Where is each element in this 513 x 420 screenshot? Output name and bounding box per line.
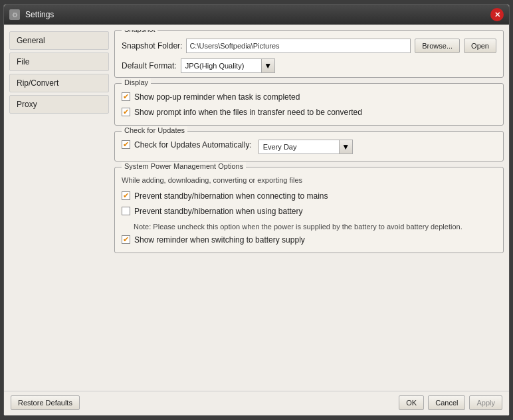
open-button[interactable]: Open [464,39,496,53]
power-note: Note: Please uncheck this option when th… [134,221,496,233]
updates-group: Check for Updates ✔ Check for Updates Au… [114,131,504,161]
power-checkbox3-row: ✔ Show reminder when switching to batter… [122,235,496,246]
display-checkbox1-label: Show pop-up reminder when task is comple… [134,92,300,103]
folder-label: Snapshot Folder: [122,41,182,51]
display-checkbox2[interactable]: ✔ [122,108,130,116]
apply-button[interactable]: Apply [469,395,502,410]
folder-row: Snapshot Folder: Browse... Open [122,39,496,53]
updates-checkbox-label: Check for Updates Automatically: [134,140,252,151]
format-label: Default Format: [122,61,177,70]
display-checkbox1-row: ✔ Show pop-up reminder when task is comp… [122,92,496,103]
format-dropdown-arrow[interactable]: ▼ [261,59,274,72]
display-group: Display ✔ Show pop-up reminder when task… [114,83,504,126]
cancel-button[interactable]: Cancel [428,395,465,410]
snapshot-group-label: Snapshot [122,30,157,33]
window-icon: ⚙ [9,9,20,20]
power-checkbox2[interactable]: ✔ [122,207,130,215]
updates-group-label: Check for Updates [122,126,187,134]
dialog-buttons: OK Cancel Apply [399,395,502,410]
sidebar-item-proxy[interactable]: Proxy [9,95,109,114]
power-group-label: System Power Management Options [122,162,246,170]
display-checkbox1[interactable]: ✔ [122,92,130,101]
display-checkbox2-label: Show prompt info when the files in trans… [134,107,362,118]
titlebar: ⚙ Settings ✕ [4,5,509,25]
frequency-select[interactable]: Every Day ▼ [258,140,353,154]
main-content: General File Rip/Convert Proxy Snapshot … [4,25,509,391]
power-checkbox2-label: Prevent standby/hibernation when using b… [134,206,303,217]
snapshot-group: Snapshot Snapshot Folder: Browse... Open… [114,30,504,78]
sidebar-item-general[interactable]: General [9,31,109,50]
format-value: JPG(High Quality) [181,59,261,72]
sidebar-item-file[interactable]: File [9,52,109,71]
ok-button[interactable]: OK [399,395,424,410]
sidebar: General File Rip/Convert Proxy [9,30,109,385]
power-checkbox2-row: ✔ Prevent standby/hibernation when using… [122,206,496,217]
close-button[interactable]: ✕ [490,8,504,21]
power-checkbox3-label: Show reminder when switching to battery … [134,235,305,246]
updates-row: ✔ Check for Updates Automatically: Every… [122,140,496,154]
display-group-label: Display [122,78,151,86]
folder-input[interactable] [186,39,411,53]
restore-defaults-button[interactable]: Restore Defaults [11,395,80,410]
power-checkbox1[interactable]: ✔ [122,191,130,200]
power-checkbox1-row: ✔ Prevent standby/hibernation when conne… [122,191,496,202]
bottom-bar: Restore Defaults OK Cancel Apply [4,391,509,415]
frequency-value: Every Day [259,140,339,154]
power-checkbox3[interactable]: ✔ [122,235,130,244]
window-title: Settings [25,10,490,19]
frequency-dropdown-arrow[interactable]: ▼ [339,140,352,154]
updates-checkbox[interactable]: ✔ [122,140,130,149]
power-checkbox1-label: Prevent standby/hibernation when connect… [134,191,328,202]
format-select[interactable]: JPG(High Quality) ▼ [181,58,275,73]
sidebar-item-rip-convert[interactable]: Rip/Convert [9,74,109,92]
browse-button[interactable]: Browse... [415,39,460,53]
settings-panel: Snapshot Snapshot Folder: Browse... Open… [114,30,504,385]
display-checkbox2-row: ✔ Show prompt info when the files in tra… [122,107,496,118]
power-group: System Power Management Options While ad… [114,167,504,253]
power-desc: While adding, downloading, converting or… [122,175,496,185]
settings-window: ⚙ Settings ✕ General File Rip/Convert Pr… [3,4,510,416]
format-row: Default Format: JPG(High Quality) ▼ [122,58,496,73]
